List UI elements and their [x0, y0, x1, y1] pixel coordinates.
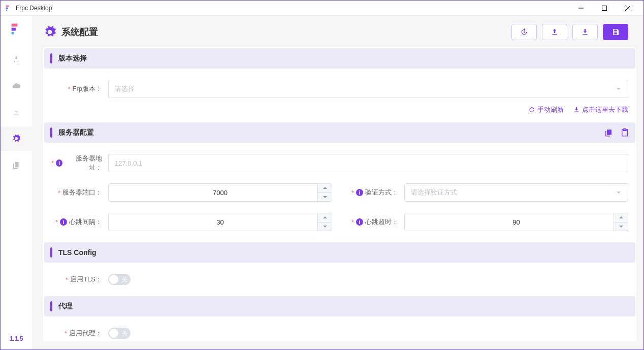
row-proxy: *启用代理： 关: [44, 328, 635, 339]
server-addr-input[interactable]: [108, 154, 628, 172]
server-port-input[interactable]: [108, 183, 332, 202]
upload-icon: [551, 28, 559, 36]
timeout-step-up[interactable]: [614, 213, 628, 222]
enable-proxy-label: *启用代理：: [51, 329, 108, 338]
minimize-button[interactable]: [569, 1, 593, 16]
settings-card: 版本选择 *Frp版本： 请选择: [43, 47, 636, 341]
history-icon: [520, 28, 528, 36]
section-title: 版本选择: [58, 54, 629, 63]
titlebar: Frpc Desktop: [1, 1, 643, 16]
window-title: Frpc Desktop: [16, 5, 569, 12]
frp-version-select[interactable]: 请选择: [108, 80, 628, 98]
page-header: 系统配置: [43, 24, 643, 40]
section-server: 服务器配置: [44, 122, 635, 143]
timeout-step-down[interactable]: [614, 222, 628, 231]
heart-interval-input[interactable]: [108, 213, 332, 231]
download-icon: [581, 28, 589, 36]
section-bar: [50, 53, 52, 63]
heart-timeout-label: *i心跳超时：: [347, 217, 404, 227]
save-icon: [611, 28, 620, 36]
version-links: 手动刷新 点击这里去下载: [44, 105, 635, 114]
auth-method-label: *i验证方式：: [347, 188, 404, 197]
content-area: 系统配置 版本选择 *Frp版本：: [32, 16, 643, 349]
row-tls: *启用TLS： 关: [44, 274, 635, 285]
section-bar: [50, 301, 52, 311]
enable-proxy-switch[interactable]: 关: [108, 328, 131, 339]
save-button[interactable]: [603, 24, 628, 40]
refresh-link[interactable]: 手动刷新: [528, 105, 564, 114]
row-frp-version: *Frp版本： 请选择: [44, 80, 635, 98]
download-link[interactable]: 点击这里去下载: [573, 105, 628, 114]
interval-step-down[interactable]: [318, 222, 332, 231]
sidebar-item-copy[interactable]: [1, 153, 32, 177]
logo-icon: [9, 22, 23, 36]
section-version: 版本选择: [44, 48, 635, 69]
sidebar-item-settings[interactable]: [1, 126, 32, 151]
section-bar: [50, 247, 52, 258]
import-button[interactable]: [572, 24, 598, 40]
row-heartbeat: *i心跳间隔： *i心跳超时：: [44, 213, 635, 231]
sidebar-item-launch[interactable]: [1, 47, 32, 72]
enable-tls-label: *启用TLS：: [51, 275, 108, 284]
section-tls: TLS Config: [44, 242, 635, 263]
sidebar-item-cloud[interactable]: [1, 74, 32, 98]
scroll-area[interactable]: 版本选择 *Frp版本： 请选择: [43, 47, 643, 341]
history-button[interactable]: [511, 24, 537, 40]
heart-interval-label: *i心跳间隔：: [51, 217, 108, 227]
copy-icon: [12, 161, 21, 170]
close-button[interactable]: [616, 1, 639, 16]
version-label: 1.1.5: [10, 335, 23, 342]
info-icon[interactable]: i: [60, 218, 67, 226]
rocket-icon: [12, 55, 21, 64]
info-icon[interactable]: i: [356, 218, 363, 226]
page-title: 系统配置: [61, 26, 511, 38]
sidebar: 1.1.5: [1, 16, 32, 349]
section-bar: [50, 128, 52, 138]
chevron-down-icon: [616, 86, 622, 92]
download-icon: [12, 108, 21, 117]
server-port-label: *服务器端口：: [51, 188, 108, 197]
interval-step-up[interactable]: [318, 213, 332, 222]
header-actions: [511, 24, 628, 40]
sidebar-item-download[interactable]: [1, 100, 32, 124]
section-title: 服务器配置: [58, 128, 604, 137]
window-controls: [569, 1, 639, 16]
cloud-icon: [12, 81, 21, 90]
auth-method-select[interactable]: 请选择验证方式: [404, 183, 628, 202]
gear-icon: [12, 134, 21, 143]
section-title: TLS Config: [58, 248, 629, 257]
download-icon: [573, 106, 580, 113]
chevron-down-icon: [616, 189, 622, 196]
info-icon[interactable]: i: [56, 160, 62, 167]
row-port-auth: *服务器端口： *i验证方式： 请选择验证方式: [44, 183, 635, 202]
copy-icon[interactable]: [604, 128, 613, 137]
svg-rect-0: [602, 6, 607, 10]
app-icon: [5, 4, 13, 12]
server-addr-label: *i服务器地址：: [51, 154, 108, 172]
heart-timeout-input[interactable]: [404, 213, 628, 231]
app-body: 1.1.5 系统配置 版本选择: [1, 16, 643, 349]
maximize-button[interactable]: [593, 1, 616, 16]
export-button[interactable]: [542, 24, 567, 40]
section-proxy: 代理: [44, 296, 635, 316]
frp-version-label: *Frp版本：: [51, 84, 108, 93]
section-title: 代理: [58, 302, 629, 311]
row-server-addr: *i服务器地址：: [44, 154, 635, 172]
port-step-up[interactable]: [318, 184, 332, 193]
paste-icon[interactable]: [620, 128, 629, 137]
refresh-icon: [528, 106, 535, 113]
info-icon[interactable]: i: [356, 189, 363, 196]
app-window: Frpc Desktop 1.1.5 系统配置: [0, 0, 644, 350]
gear-icon: [43, 25, 56, 39]
port-step-down[interactable]: [318, 193, 332, 202]
enable-tls-switch[interactable]: 关: [108, 274, 131, 285]
